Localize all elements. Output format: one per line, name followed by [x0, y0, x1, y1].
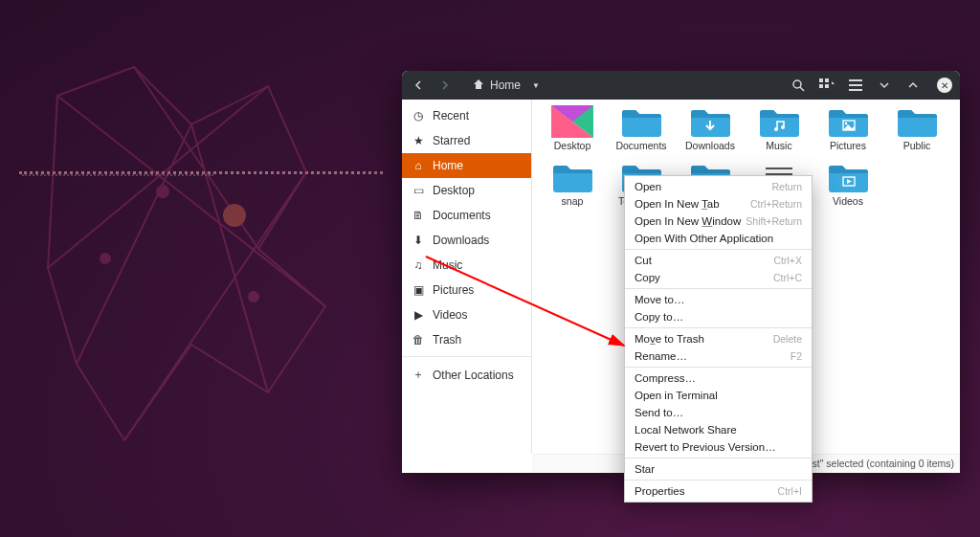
menu-item-label: Revert to Previous Version… — [635, 441, 776, 453]
menu-item-open[interactable]: OpenReturn — [625, 178, 812, 195]
sidebar-item-documents[interactable]: 🗎Documents — [402, 203, 531, 228]
file-item-music[interactable]: Music — [745, 105, 813, 151]
menu-item-label: Send to… — [635, 407, 683, 418]
sidebar-label: Trash — [433, 333, 461, 347]
menu-item-move-to[interactable]: Move to… — [625, 291, 812, 308]
menu-separator — [625, 327, 812, 328]
file-item-downloads[interactable]: Downloads — [676, 105, 745, 151]
sidebar-item-other-locations[interactable]: ＋Other Locations — [402, 361, 531, 389]
sidebar-item-pictures[interactable]: ▣Pictures — [402, 278, 531, 302]
menu-item-revert-to-previous-version[interactable]: Revert to Previous Version… — [625, 438, 812, 456]
menu-item-shortcut: Ctrl+Return — [750, 198, 802, 210]
menu-item-label: Star — [635, 463, 655, 475]
context-menu: OpenReturnOpen In New TabCtrl+ReturnOpen… — [624, 175, 813, 503]
sidebar-icon: ⌂ — [412, 159, 425, 172]
menu-item-label: Copy to… — [635, 311, 683, 323]
path-bar[interactable]: Home ▼ — [473, 78, 540, 93]
folder-icon — [827, 105, 869, 138]
view-options-button[interactable] — [818, 77, 835, 94]
menu-item-label: Move to Trash — [635, 333, 704, 345]
svg-point-20 — [845, 123, 848, 125]
sidebar-label: Other Locations — [433, 369, 514, 382]
file-label: Documents — [615, 140, 666, 151]
menu-item-open-in-new-tab[interactable]: Open In New TabCtrl+Return — [625, 195, 812, 213]
file-label: Music — [766, 140, 791, 151]
menu-item-label: Move to… — [635, 294, 684, 305]
menu-item-properties[interactable]: PropertiesCtrl+I — [625, 482, 812, 500]
svg-point-4 — [793, 80, 801, 88]
file-label: Desktop — [554, 140, 591, 151]
menu-item-compress[interactable]: Compress… — [625, 369, 812, 387]
sidebar-item-desktop[interactable]: ▭Desktop — [402, 178, 531, 203]
menu-item-star[interactable]: Star — [625, 460, 812, 478]
menu-item-shortcut: Delete — [773, 333, 802, 345]
sidebar-label: Recent — [433, 109, 469, 123]
sidebar-icon: ⬇ — [412, 234, 425, 247]
folder-icon — [758, 105, 800, 138]
sidebar-label: Downloads — [433, 234, 489, 247]
svg-point-0 — [223, 204, 246, 227]
menu-item-copy-to[interactable]: Copy to… — [625, 308, 812, 325]
sidebar-item-downloads[interactable]: ⬇Downloads — [402, 228, 531, 253]
menu-item-open-in-new-window[interactable]: Open In New WindowShift+Return — [625, 213, 812, 230]
menu-item-rename[interactable]: Rename…F2 — [625, 347, 812, 365]
svg-rect-7 — [825, 78, 829, 82]
svg-rect-6 — [819, 78, 823, 82]
sidebar-label: Pictures — [433, 283, 474, 297]
menu-item-send-to[interactable]: Send to… — [625, 404, 812, 421]
menu-separator — [625, 367, 812, 368]
menu-item-label: Compress… — [635, 372, 696, 384]
minimize-button[interactable] — [876, 77, 893, 94]
menu-item-open-with-other-application[interactable]: Open With Other Application — [625, 230, 812, 247]
sidebar: ◷Recent★Starred⌂Home▭Desktop🗎Documents⬇D… — [402, 100, 532, 454]
close-button[interactable]: ✕ — [937, 78, 952, 93]
menu-item-copy[interactable]: CopyCtrl+C — [625, 269, 812, 286]
sidebar-icon: ＋ — [412, 367, 425, 383]
menu-item-label: Local Network Share — [635, 424, 737, 436]
menu-separator — [625, 288, 812, 289]
svg-line-5 — [800, 87, 804, 91]
sidebar-item-music[interactable]: ♫Music — [402, 253, 531, 278]
svg-rect-8 — [819, 84, 823, 88]
sidebar-item-home[interactable]: ⌂Home — [402, 153, 531, 178]
sidebar-item-videos[interactable]: ▶Videos — [402, 302, 531, 327]
sidebar-icon: ★ — [412, 134, 425, 147]
sidebar-item-recent[interactable]: ◷Recent — [402, 103, 531, 128]
file-item-documents[interactable]: Documents — [607, 105, 676, 151]
menu-item-move-to-trash[interactable]: Move to TrashDelete — [625, 330, 812, 347]
svg-point-2 — [248, 291, 259, 302]
menu-item-local-network-share[interactable]: Local Network Share — [625, 421, 812, 438]
nav-forward-button[interactable] — [434, 75, 456, 96]
file-item-videos[interactable]: Videos — [813, 161, 882, 207]
menu-item-cut[interactable]: CutCtrl+X — [625, 252, 812, 269]
menu-item-label: Open In New Tab — [635, 198, 720, 210]
hamburger-menu-button[interactable] — [847, 77, 864, 94]
menu-item-shortcut: Ctrl+C — [773, 272, 802, 283]
folder-icon — [689, 105, 731, 138]
sidebar-icon: 🗎 — [412, 209, 425, 222]
file-item-snap[interactable]: snap — [538, 161, 607, 207]
menu-item-label: Rename… — [635, 350, 687, 362]
sidebar-item-starred[interactable]: ★Starred — [402, 128, 531, 153]
svg-point-17 — [774, 127, 778, 131]
folder-icon — [827, 161, 869, 193]
file-item-public[interactable]: Public — [882, 105, 951, 151]
sidebar-icon: ▣ — [412, 283, 425, 297]
svg-point-18 — [781, 125, 785, 129]
maximize-button[interactable] — [904, 77, 922, 94]
menu-item-label: Properties — [635, 485, 684, 497]
titlebar: Home ▼ ✕ — [402, 71, 960, 100]
menu-separator — [625, 249, 812, 250]
menu-item-shortcut: Return — [771, 181, 802, 192]
breadcrumb-dropdown-icon[interactable]: ▼ — [532, 81, 540, 90]
menu-item-shortcut: Ctrl+X — [774, 255, 802, 266]
file-item-desktop[interactable]: Desktop — [538, 105, 607, 151]
menu-item-label: Open With Other Application — [635, 233, 773, 244]
sidebar-icon: 🗑 — [412, 333, 425, 347]
nav-back-button[interactable] — [408, 75, 429, 96]
menu-item-open-in-terminal[interactable]: Open in Terminal — [625, 387, 812, 404]
search-button[interactable] — [790, 77, 807, 94]
sidebar-icon: ◷ — [412, 109, 425, 123]
sidebar-item-trash[interactable]: 🗑Trash — [402, 327, 531, 352]
file-item-pictures[interactable]: Pictures — [813, 105, 882, 151]
